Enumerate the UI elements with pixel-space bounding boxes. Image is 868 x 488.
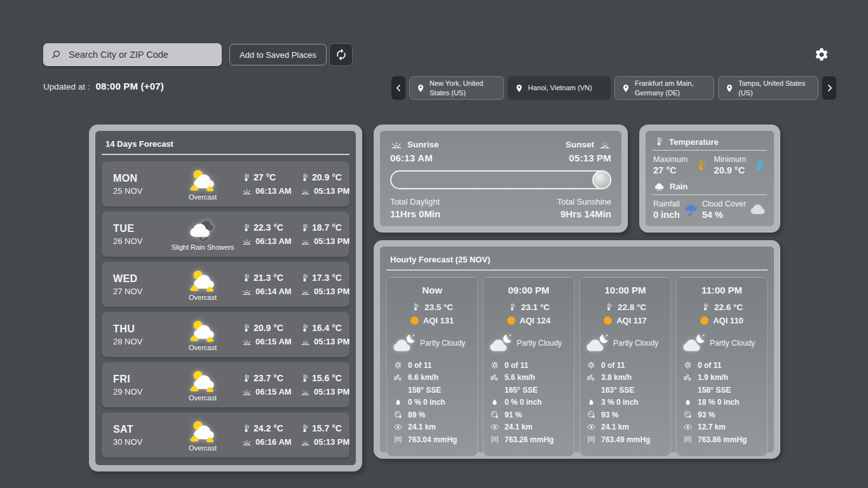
pressure-icon	[683, 435, 693, 444]
rain-title: Rain	[670, 182, 688, 191]
saved-place-label: Tampa, United States (US)	[738, 79, 811, 97]
overcast-icon	[188, 318, 217, 342]
wind-direction: 163° SSE	[601, 386, 634, 395]
search-icon	[50, 49, 62, 60]
temperature-title: Temperature	[669, 137, 719, 147]
refresh-button[interactable]	[329, 43, 353, 66]
forecast-panel-title: 14 Days Forecast	[102, 137, 349, 155]
precipitation-icon	[587, 398, 596, 407]
condition-label: Overcast	[189, 294, 217, 301]
saved-place-tampa[interactable]: Tampa, United States (US)	[718, 76, 818, 100]
places-scroll-left-button[interactable]	[391, 76, 405, 100]
sunrise-icon	[241, 236, 252, 246]
humidity-value: 93 %	[698, 410, 715, 419]
pressure-value: 763.49 mmHg	[601, 435, 650, 444]
aqi-dot	[700, 316, 709, 325]
max-temp: 22.3 °C	[254, 222, 283, 233]
thermometer-icon	[604, 302, 613, 312]
sunset-icon	[300, 186, 311, 196]
visibility-eye-icon	[393, 423, 403, 431]
forecast-row-thu[interactable]: THU28 NOV Overcast 20.9 °C06:15 AM 16.4 …	[102, 312, 349, 357]
thermometer-icon	[508, 302, 517, 312]
add-to-saved-places-button[interactable]: Add to Saved Places	[229, 44, 327, 65]
forecast-rows: MON25 NOV Overcast 27 °C06:13 AM 20.9 °C…	[102, 161, 349, 458]
weather-app-screen: Add to Saved Places Updated at : 08:00 P…	[0, 0, 868, 488]
cloud-icon	[749, 203, 766, 217]
max-temp: 23.7 °C	[254, 373, 283, 383]
max-temp: 21.3 °C	[254, 273, 283, 283]
humidity-icon	[587, 410, 596, 419]
saved-place-frankfurt[interactable]: Frankfurt am Main, Germany (DE)	[614, 76, 714, 100]
sunset-icon	[300, 437, 311, 447]
precipitation-value: 3 % 0 inch	[601, 398, 639, 407]
forecast-row-fri[interactable]: FRI29 NOV Overcast 23.7 °C06:15 AM 15.6 …	[102, 362, 349, 407]
humidity-icon	[393, 410, 403, 419]
day-date: 27 NOV	[113, 287, 164, 296]
hour-label: 11:00 PM	[683, 285, 761, 295]
visibility-eye-icon	[490, 423, 499, 431]
day-name: THU	[113, 323, 164, 335]
thermometer-icon	[241, 223, 251, 233]
minimum-label: Minimum	[714, 155, 747, 164]
forecast-row-sat[interactable]: SAT30 NOV Overcast 24.2 °C06:16 AM 15.7 …	[102, 412, 349, 458]
saved-place-hanoi-selected[interactable]: Hanoi, Vietnam (VN)	[508, 76, 611, 100]
saved-place-new-york[interactable]: New York, United States (US)	[409, 76, 504, 100]
uv-index-icon	[587, 360, 596, 370]
condition-label: Overcast	[189, 394, 217, 402]
wind-icon	[490, 373, 499, 383]
overcast-icon	[188, 268, 217, 292]
precipitation-icon	[393, 398, 403, 407]
min-temp: 15.6 °C	[312, 373, 342, 383]
wind-direction: 158° SSE	[698, 386, 731, 395]
sunrise-time: 06:13 AM	[255, 186, 292, 196]
chevron-right-icon	[825, 83, 834, 93]
places-scroll-right-button[interactable]	[822, 76, 836, 100]
hourly-panel-title: Hourly Forecast (25 NOV)	[386, 253, 768, 271]
day-name: FRI	[113, 374, 164, 385]
rainfall-value: 0 inch	[653, 210, 680, 220]
wind-value: 3.8 km/h	[601, 373, 632, 382]
settings-button[interactable]	[814, 46, 831, 63]
sun-position-track	[390, 170, 611, 189]
sunset-time: 05:13 PM	[314, 186, 349, 196]
cloud-moon-icon	[683, 334, 707, 352]
forecast-row-wed[interactable]: WED27 NOV Overcast 21.3 °C06:14 AM 17.3 …	[102, 262, 349, 307]
day-name: TUE	[113, 223, 164, 234]
sunset-time: 05:13 PM	[314, 287, 349, 296]
thermometer-icon	[241, 424, 251, 433]
hourly-card-9pm: 09:00 PM 23.1 °C AQI 124 Partly Cloudy 0…	[483, 277, 574, 456]
day-date: 28 NOV	[113, 337, 164, 346]
location-pin-icon	[416, 84, 425, 93]
aqi-value: AQI 110	[713, 316, 743, 325]
day-date: 26 NOV	[113, 236, 164, 246]
forecast-row-mon[interactable]: MON25 NOV Overcast 27 °C06:13 AM 20.9 °C…	[102, 161, 349, 207]
sunset-icon	[300, 236, 311, 246]
forecast-row-tue[interactable]: TUE26 NOV Slight Rain Showers 22.3 °C06:…	[102, 212, 349, 257]
pressure-value: 763.26 mmHg	[505, 435, 553, 444]
updated-at: Updated at : 08:00 PM (+07)	[43, 81, 164, 92]
total-daylight-value: 11Hrs 0Min	[390, 208, 440, 219]
precipitation-value: 18 % 0 inch	[698, 398, 739, 407]
aqi-dot	[507, 316, 515, 325]
uv-index-icon	[683, 360, 693, 370]
gear-icon	[814, 47, 831, 62]
uv-index-icon	[490, 360, 499, 370]
search-input[interactable]	[67, 49, 215, 60]
humidity-value: 91 %	[505, 410, 522, 419]
pressure-value: 763.04 mmHg	[408, 435, 457, 444]
uv-index-icon	[393, 360, 403, 370]
sunrise-label: Sunrise	[407, 140, 439, 149]
location-pin-icon	[515, 84, 524, 93]
thermometer-icon	[241, 374, 251, 383]
sunset-time: 05:13 PM	[314, 437, 349, 447]
sun-position-knob	[592, 170, 611, 189]
precipitation-icon	[683, 398, 693, 407]
total-sunshine-value: 9Hrs 14Min	[557, 208, 611, 219]
saved-place-label: Frankfurt am Main, Germany (DE)	[635, 79, 707, 97]
visibility-value: 24.1 km	[601, 423, 629, 431]
overcast-icon	[188, 419, 217, 443]
sunrise-icon	[241, 337, 252, 346]
hourly-card-11pm: 11:00 PM 22.6 °C AQI 110 Partly Cloudy 0…	[676, 277, 768, 456]
overcast-icon	[188, 369, 217, 393]
sunrise-icon	[390, 139, 403, 150]
